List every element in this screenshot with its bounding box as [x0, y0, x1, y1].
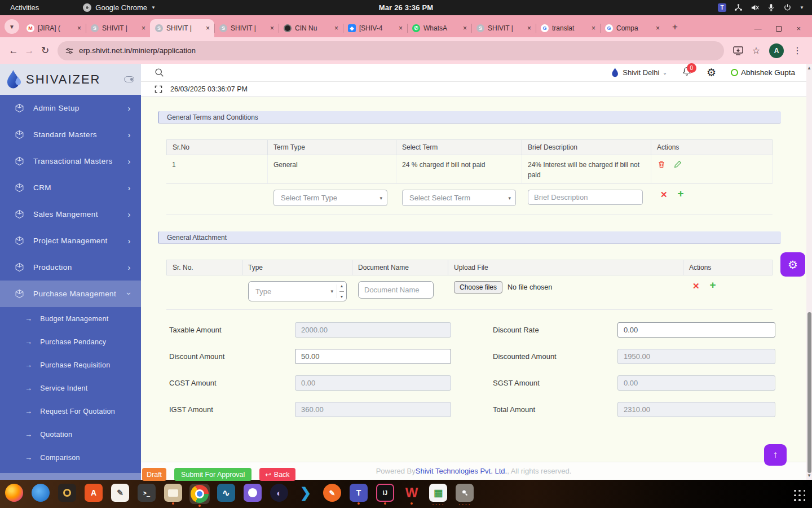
browser-tab[interactable]: Gtranslat×: [536, 19, 600, 37]
sidebar-item-project-management[interactable]: Project Management›: [0, 227, 141, 254]
dock-files-icon[interactable]: [164, 484, 183, 502]
company-selector[interactable]: Shivit Delhi ⌄: [612, 68, 667, 77]
sidebar-item-standard-masters[interactable]: Standard Masters›: [0, 121, 141, 148]
browser-tab[interactable]: ◆[SHIV-4×: [343, 19, 407, 37]
browser-menu-icon[interactable]: ⋮: [793, 45, 802, 56]
close-tab-icon[interactable]: ×: [140, 24, 147, 32]
restore-button[interactable]: [776, 26, 782, 32]
clock[interactable]: Mar 26 3:36 PM: [379, 3, 434, 12]
browser-tab[interactable]: ✆WhatsA×: [407, 19, 471, 37]
close-tab-icon[interactable]: ×: [205, 24, 211, 32]
activities-button[interactable]: Activities: [0, 3, 49, 12]
dock-draw-tool-icon[interactable]: ✎: [323, 484, 342, 502]
teams-tray-icon[interactable]: T: [718, 3, 726, 12]
select-term-select[interactable]: Select Select Term ▾: [402, 190, 516, 206]
power-icon[interactable]: [783, 3, 792, 12]
profile-avatar[interactable]: A: [769, 43, 784, 58]
browser-tab[interactable]: SSHIVIT |×: [471, 19, 536, 37]
sidebar-toggle-icon[interactable]: [124, 76, 134, 82]
settings-gear-icon[interactable]: ⚙: [707, 66, 716, 79]
dock-screenshot-tool-icon[interactable]: [455, 484, 474, 502]
discount-amount-input[interactable]: [295, 349, 451, 364]
browser-tab[interactable]: SSHIVIT |×: [86, 19, 150, 37]
dock-vscode-icon[interactable]: ❯: [296, 484, 315, 502]
browser-tab-active[interactable]: SSHIVIT |×: [150, 19, 214, 37]
network-icon[interactable]: [734, 3, 743, 12]
company-link[interactable]: Shivit Technologies Pvt. Ltd.: [416, 467, 507, 475]
close-tab-icon[interactable]: ×: [462, 24, 468, 32]
discount-rate-input[interactable]: [617, 322, 775, 338]
close-window-button[interactable]: ×: [796, 24, 801, 33]
term-type-select[interactable]: Select Term Type ▾: [273, 190, 387, 206]
url-text[interactable]: erp.shivit.net.in/minierp/application: [79, 46, 196, 55]
sidebar-subitem-purchase-requisition[interactable]: →Purchase Requisition: [0, 353, 141, 376]
draft-button[interactable]: Draft: [142, 468, 166, 481]
back-button[interactable]: ↩Back: [259, 468, 295, 481]
submit-for-approval-button[interactable]: Submit For Approval: [174, 468, 251, 481]
dock-mysql-workbench-icon[interactable]: ∿: [217, 484, 236, 502]
close-tab-icon[interactable]: ×: [526, 24, 532, 32]
theme-settings-float-button[interactable]: ⚙: [780, 252, 805, 277]
attachment-type-select[interactable]: Type ▾ ▲▼: [248, 281, 347, 301]
browser-tab[interactable]: SSHIVIT |×: [214, 19, 279, 37]
close-tab-icon[interactable]: ×: [590, 24, 597, 32]
chevron-down-icon[interactable]: ▼: [800, 5, 804, 10]
document-name-input[interactable]: [358, 281, 434, 299]
add-row-icon[interactable]: +: [710, 281, 716, 289]
sidebar-subitem-request-for-quotation[interactable]: →Request For Quotation: [0, 400, 141, 423]
browser-tab[interactable]: M[JIRA] (×: [21, 19, 86, 37]
remove-row-icon[interactable]: ✕: [692, 281, 700, 291]
scrollbar-down-arrow[interactable]: ▼: [806, 473, 812, 478]
app-menu[interactable]: Google Chrome ▼: [83, 3, 156, 12]
microphone-icon[interactable]: [767, 3, 775, 12]
browser-tab[interactable]: GCompa×: [600, 19, 664, 37]
speaker-muted-icon[interactable]: [751, 3, 759, 12]
back-nav-icon[interactable]: ←: [6, 45, 21, 56]
reload-icon[interactable]: ↻: [37, 45, 53, 56]
dock-text-editor-icon[interactable]: ✎: [111, 484, 130, 502]
dock-teams-icon[interactable]: T: [349, 484, 368, 502]
scrollbar-up-arrow[interactable]: ▲: [806, 65, 812, 71]
dock-software-store-icon[interactable]: A: [84, 484, 103, 502]
new-tab-button[interactable]: +: [668, 20, 682, 34]
minimize-button[interactable]: —: [754, 24, 761, 33]
scrollbar-thumb[interactable]: [807, 312, 811, 473]
dock-chrome-icon[interactable]: [190, 484, 209, 504]
dock-libreoffice-calc-icon[interactable]: ▦: [429, 484, 448, 502]
close-tab-icon[interactable]: ×: [76, 24, 82, 32]
add-row-icon[interactable]: +: [678, 190, 684, 198]
dock-firefox-icon[interactable]: [5, 484, 24, 502]
choose-files-button[interactable]: Choose files: [454, 281, 502, 294]
spinner-icon[interactable]: ▲▼: [337, 284, 344, 298]
sidebar-subitem-budget-management[interactable]: →Budget Management: [0, 307, 141, 330]
dock-eclipse-icon[interactable]: ◐: [270, 484, 289, 502]
close-tab-icon[interactable]: ×: [269, 24, 275, 32]
dock-terminal-icon[interactable]: >_: [137, 484, 156, 502]
browser-tab[interactable]: CIN Nu×: [279, 19, 343, 37]
address-bar[interactable]: erp.shivit.net.in/minierp/application: [58, 41, 724, 60]
scroll-to-top-button[interactable]: ↑: [764, 444, 787, 466]
sidebar-subitem-purchase-pendancy[interactable]: →Purchase Pendancy: [0, 330, 141, 353]
sidebar-item-transactional-masters[interactable]: Transactional Masters›: [0, 148, 141, 174]
dock-intellij-icon[interactable]: IJ: [376, 484, 395, 502]
sidebar-subitem-service-indent[interactable]: →Service Indent: [0, 376, 141, 400]
bookmark-star-icon[interactable]: ☆: [752, 45, 760, 56]
close-tab-icon[interactable]: ×: [333, 24, 339, 32]
sidebar-subitem-comparison[interactable]: →Comparison: [0, 446, 141, 469]
sidebar-item-sales-management[interactable]: Sales Mangement›: [0, 201, 141, 227]
fullscreen-icon[interactable]: [155, 85, 162, 93]
dock-github-desktop-icon[interactable]: [243, 484, 262, 502]
install-app-icon[interactable]: [733, 46, 743, 55]
app-grid-icon[interactable]: [794, 490, 806, 502]
sidebar-item-crm[interactable]: CRM›: [0, 174, 141, 201]
dock-media-player-icon[interactable]: [58, 484, 77, 502]
dock-thunderbird-icon[interactable]: [31, 484, 50, 502]
sidebar-item-purchase-management[interactable]: Purchase Management›: [0, 281, 141, 307]
sidebar-item-admin-setup[interactable]: Admin Setup›: [0, 95, 141, 121]
brief-description-input[interactable]: [528, 190, 643, 205]
notifications-button[interactable]: 0: [682, 66, 692, 79]
close-tab-icon[interactable]: ×: [398, 24, 404, 32]
delete-icon[interactable]: [657, 160, 666, 169]
tab-search-button[interactable]: ▼: [5, 19, 19, 34]
edit-icon[interactable]: [673, 160, 682, 169]
